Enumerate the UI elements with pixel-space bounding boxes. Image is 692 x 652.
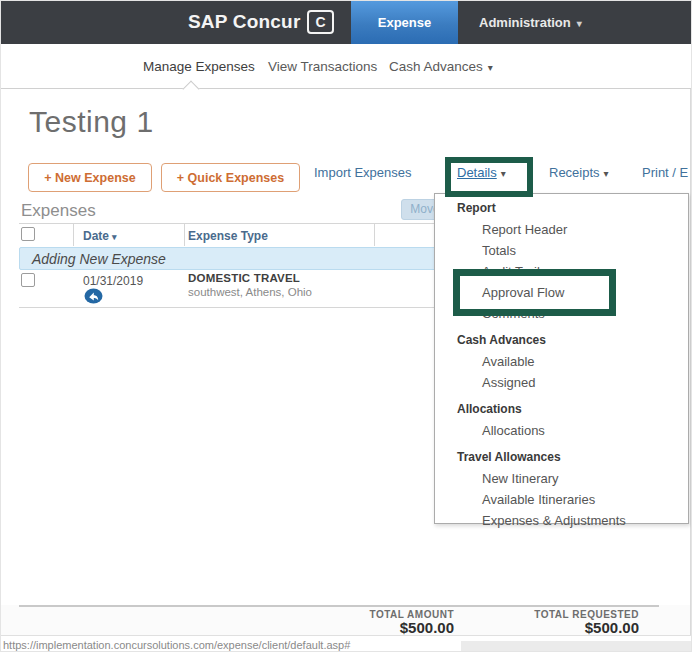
column-header-date-label: Date xyxy=(83,229,109,243)
column-divider xyxy=(73,224,74,246)
nav-cash-advances[interactable]: Cash Advances▾ xyxy=(389,59,493,74)
column-header-date[interactable]: Date▾ xyxy=(83,229,117,243)
nav-cash-advances-label: Cash Advances xyxy=(389,59,483,74)
statusbar-url: https://implementation.concursolutions.c… xyxy=(3,639,350,651)
quick-expenses-button[interactable]: + Quick Expenses xyxy=(161,163,300,192)
expense-type: DOMESTIC TRAVEL xyxy=(188,272,300,284)
chevron-down-icon: ▾ xyxy=(488,62,493,73)
sort-caret-icon: ▾ xyxy=(112,232,117,242)
secondary-nav: Manage Expenses View Transactions Cash A… xyxy=(1,44,692,89)
app-window: SAP Concur C Expense Administration▾ Man… xyxy=(0,0,692,652)
nav-manage-expenses[interactable]: Manage Expenses xyxy=(143,59,255,74)
menu-item-new-itinerary[interactable]: New Itinerary xyxy=(435,468,688,489)
tab-administration[interactable]: Administration▾ xyxy=(479,1,582,44)
page-title: Testing 1 xyxy=(29,105,154,139)
menu-section-header: Allocations xyxy=(435,401,688,420)
menu-item-expenses-adjustments[interactable]: Expenses & Adjustments xyxy=(435,510,688,531)
column-header-expense-type[interactable]: Expense Type xyxy=(188,229,268,243)
sap-concur-brand: SAP Concur xyxy=(188,11,301,33)
expense-detail: southwest, Athens, Ohio xyxy=(188,286,312,298)
totals-divider xyxy=(19,605,659,607)
sap-concur-logo-icon: C xyxy=(307,10,334,34)
details-link-label: Details xyxy=(457,165,497,180)
menu-item-available[interactable]: Available xyxy=(435,351,688,372)
chevron-down-icon: ▾ xyxy=(604,168,609,179)
receipts-dropdown-link[interactable]: Receipts▾ xyxy=(549,165,609,180)
menu-section-header: Travel Allowances xyxy=(435,449,688,468)
menu-section-header: Cash Advances xyxy=(435,332,688,351)
content-right-border xyxy=(690,89,691,635)
content-bottom-border xyxy=(1,635,692,636)
expenses-section-heading: Expenses xyxy=(21,201,96,221)
details-dropdown-link[interactable]: Details▾ xyxy=(457,165,506,180)
adding-new-expense-label: Adding New Expense xyxy=(32,251,166,267)
card-transaction-icon[interactable] xyxy=(84,288,103,304)
menu-item-report-header[interactable]: Report Header xyxy=(435,219,688,240)
chevron-down-icon: ▾ xyxy=(577,18,582,29)
select-all-checkbox[interactable] xyxy=(21,227,35,241)
menu-item-available-itineraries[interactable]: Available Itineraries xyxy=(435,489,688,510)
top-bar: SAP Concur C Expense Administration▾ xyxy=(1,1,692,44)
row-checkbox[interactable] xyxy=(21,273,35,287)
receipts-link-label: Receipts xyxy=(549,165,600,180)
column-divider xyxy=(184,224,185,246)
menu-item-totals[interactable]: Totals xyxy=(435,240,688,261)
menu-item-audit-trail[interactable]: Audit Trail xyxy=(435,261,688,282)
menu-item-approval-flow[interactable]: Approval Flow xyxy=(435,282,688,303)
expense-date: 01/31/2019 xyxy=(83,274,143,288)
statusbar-filler xyxy=(461,641,692,652)
total-amount-value: $500.00 xyxy=(341,619,454,636)
details-dropdown-menu: ReportReport HeaderTotalsAudit TrailAppr… xyxy=(434,193,689,524)
chevron-down-icon: ▾ xyxy=(501,168,506,179)
nav-view-transactions[interactable]: View Transactions xyxy=(268,59,377,74)
import-expenses-link[interactable]: Import Expenses xyxy=(314,165,412,180)
print-email-link[interactable]: Print / E xyxy=(642,165,688,180)
menu-section-header: Report xyxy=(435,200,688,219)
total-requested-value: $500.00 xyxy=(501,619,639,636)
tab-administration-label: Administration xyxy=(479,15,571,30)
new-expense-button[interactable]: + New Expense xyxy=(28,163,152,192)
tab-expense[interactable]: Expense xyxy=(351,1,458,44)
menu-item-comments[interactable]: Comments xyxy=(435,303,688,324)
menu-item-assigned[interactable]: Assigned xyxy=(435,372,688,393)
menu-item-allocations[interactable]: Allocations xyxy=(435,420,688,441)
column-divider xyxy=(374,224,375,246)
